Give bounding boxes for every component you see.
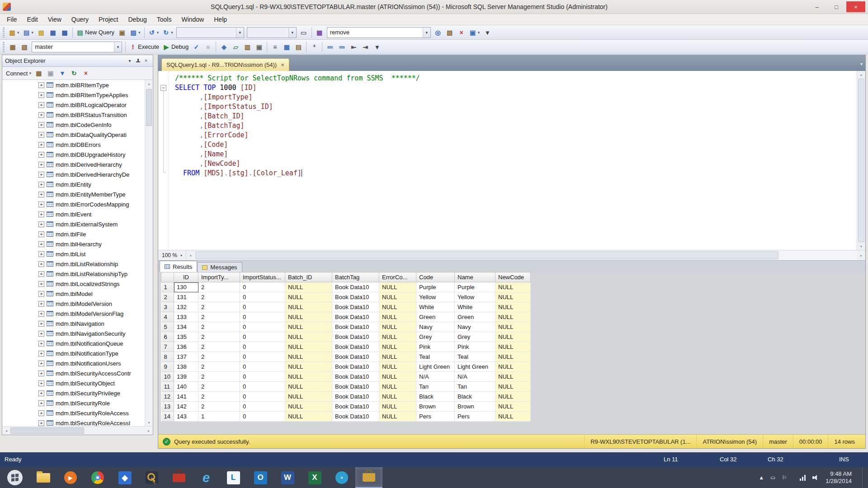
grid-cell[interactable]: Grey (416, 332, 455, 342)
grid-column-header[interactable]: BatchTag (332, 272, 379, 282)
tree-item[interactable]: +mdm.tblNotificationType (2, 348, 145, 358)
row-header[interactable]: 9 (161, 362, 174, 372)
scroll-down-icon[interactable]: ▾ (145, 419, 153, 426)
grid-cell[interactable]: NULL (285, 282, 332, 292)
grid-cell[interactable]: NULL (495, 282, 531, 292)
grid-cell[interactable]: 134 (174, 322, 198, 332)
server-stop-icon[interactable]: ▣ (45, 68, 57, 79)
sql-editor[interactable]: − /****** Script for SelectTopNRows comm… (158, 71, 865, 250)
grid-cell[interactable]: 140 (174, 382, 198, 392)
query-options-icon[interactable]: ▣ (253, 41, 265, 53)
chevron-down-icon[interactable]: ▾ (288, 28, 296, 38)
expand-icon[interactable]: + (38, 102, 44, 108)
hidden-icons-button[interactable]: ▲ (759, 474, 764, 481)
expand-icon[interactable]: + (38, 351, 44, 357)
grid-cell[interactable]: 0 (240, 402, 285, 412)
menu-item-project[interactable]: Project (94, 14, 123, 24)
menu-item-debug[interactable]: Debug (123, 14, 151, 24)
code-line[interactable]: /****** Script for SelectTopNRows comman… (170, 74, 856, 83)
grid-cell[interactable]: 2 (198, 282, 240, 292)
tree-item[interactable]: +mdm.tblNavigation (2, 319, 145, 328)
tree-item[interactable]: +mdm.tblExternalSystem (2, 219, 145, 229)
comment-icon[interactable]: ≔ (324, 41, 336, 53)
grid-cell[interactable]: NULL (495, 392, 531, 402)
chrome-icon[interactable] (84, 467, 111, 488)
grid-cell[interactable]: NULL (285, 292, 332, 302)
grid-cell[interactable]: 132 (174, 302, 198, 312)
expand-icon[interactable]: + (38, 221, 44, 227)
grid-column-header[interactable]: Batch_ID (285, 272, 332, 282)
expand-icon[interactable]: + (38, 152, 44, 158)
grid-cell[interactable]: 2 (198, 382, 240, 392)
grid-cell[interactable]: NULL (495, 362, 531, 372)
estimated-plan-icon[interactable]: ▱ (230, 41, 241, 53)
tree-item[interactable]: +mdm.tblFile (2, 229, 145, 239)
row-header[interactable]: 8 (161, 352, 174, 362)
expand-icon[interactable]: + (38, 241, 44, 247)
results-to-grid-icon[interactable]: ▦ (281, 41, 292, 53)
grid-cell[interactable]: 0 (240, 312, 285, 322)
tree-item[interactable]: +mdm.tblSecurityAccessContr (2, 368, 145, 378)
expand-icon[interactable]: + (38, 371, 44, 376)
grid-column-header[interactable]: ImportStatus... (240, 272, 285, 282)
scrollbar-track[interactable] (194, 250, 857, 260)
expand-icon[interactable]: + (38, 281, 44, 287)
grid-cell[interactable]: Book Data10 (332, 312, 379, 322)
expand-icon[interactable]: + (38, 261, 44, 267)
grid-cell[interactable]: NULL (285, 342, 332, 352)
window-position-icon[interactable]: ▾ (126, 57, 134, 65)
expand-icon[interactable]: + (38, 231, 44, 237)
new-query-button[interactable]: ▤New Query (75, 27, 116, 38)
grid-cell[interactable]: 0 (240, 372, 285, 382)
tree-item[interactable]: +mdm.tblModel (2, 289, 145, 299)
grid-cell[interactable]: NULL (285, 402, 332, 412)
redo-icon[interactable]: ↻▾ (160, 27, 175, 38)
grid-cell[interactable]: Navy (416, 322, 455, 332)
row-header[interactable]: 11 (161, 382, 174, 392)
print-icon[interactable]: ▭ (298, 27, 310, 38)
grid-cell[interactable]: 0 (240, 322, 285, 332)
grid-cell[interactable]: NULL (379, 402, 416, 412)
grid-cell[interactable]: NULL (495, 352, 531, 362)
tree-item[interactable]: +mdm.tblDBUpgradeHistory (2, 150, 145, 160)
grid-cell[interactable]: 2 (198, 342, 240, 352)
internet-explorer-icon[interactable]: e (193, 467, 220, 488)
toolbar-grip[interactable] (3, 42, 5, 52)
grid-cell[interactable]: Pink (416, 342, 455, 352)
grid-cell[interactable]: Book Data10 (332, 412, 379, 422)
grid-cell[interactable]: NULL (285, 352, 332, 362)
sqlcmd-mode-icon[interactable]: ² (308, 41, 320, 53)
tree-item[interactable]: +mdm.tblListRelationship (2, 259, 145, 269)
toolbar-grip[interactable] (3, 28, 5, 38)
expand-icon[interactable]: + (38, 291, 44, 297)
scroll-right-icon[interactable]: ▸ (857, 250, 865, 260)
server-icon[interactable]: ▦ (33, 68, 45, 79)
row-header[interactable]: 10 (161, 372, 174, 382)
active-files-dropdown-icon[interactable]: ▾ (860, 61, 863, 66)
grid-cell[interactable]: 2 (198, 372, 240, 382)
grid-cell[interactable]: NULL (285, 392, 332, 402)
tree-item[interactable]: +mdm.tblModelVersionFlag (2, 309, 145, 319)
grid-column-header[interactable]: NewCode (495, 272, 531, 282)
expand-icon[interactable]: + (38, 321, 44, 327)
row-header[interactable]: 13 (161, 402, 174, 412)
tree-item[interactable]: +mdm.tblDerivedHierarchy (2, 160, 145, 169)
grid-cell[interactable]: NULL (495, 342, 531, 352)
grid-cell[interactable]: 0 (240, 292, 285, 302)
action-flag-icon[interactable]: ⚐ (782, 474, 787, 481)
tree-item[interactable]: +mdm.tblModelVersion (2, 299, 145, 309)
key-tool-icon[interactable] (138, 467, 165, 488)
menu-item-query[interactable]: Query (66, 14, 94, 24)
toolbar-combo-2[interactable]: ▾ (247, 27, 297, 38)
expand-icon[interactable]: + (38, 390, 44, 396)
media-player-icon[interactable]: ▶ (57, 467, 84, 488)
grid-cell[interactable]: NULL (285, 332, 332, 342)
expand-icon[interactable]: + (38, 211, 44, 217)
grid-cell[interactable]: NULL (379, 312, 416, 322)
taskbar-clock[interactable]: 9:48 AM 1/28/2014 (826, 470, 852, 485)
toolbar-overflow-icon[interactable]: ▾ (371, 41, 383, 53)
code-line[interactable]: ,[ErrorCode] (170, 131, 856, 140)
refresh-icon[interactable]: ↻ (68, 68, 80, 79)
tree-item[interactable]: +mdm.tblBRStatusTransition (2, 110, 145, 120)
undo-icon[interactable]: ↺▾ (146, 27, 161, 38)
